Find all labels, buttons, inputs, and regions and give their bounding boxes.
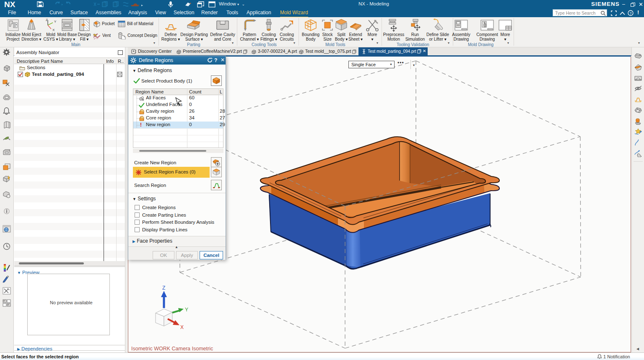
svg-text:X: X (180, 324, 184, 330)
svg-text:Z: Z (46, 18, 48, 22)
svg-text:Z: Z (162, 285, 165, 291)
svg-text:?: ? (629, 11, 631, 16)
svg-text:Y: Y (185, 307, 188, 313)
svg-text:Isometric WORK Camera Isometri: Isometric WORK Camera Isometric (131, 346, 213, 352)
svg-text:X: X (52, 28, 55, 32)
